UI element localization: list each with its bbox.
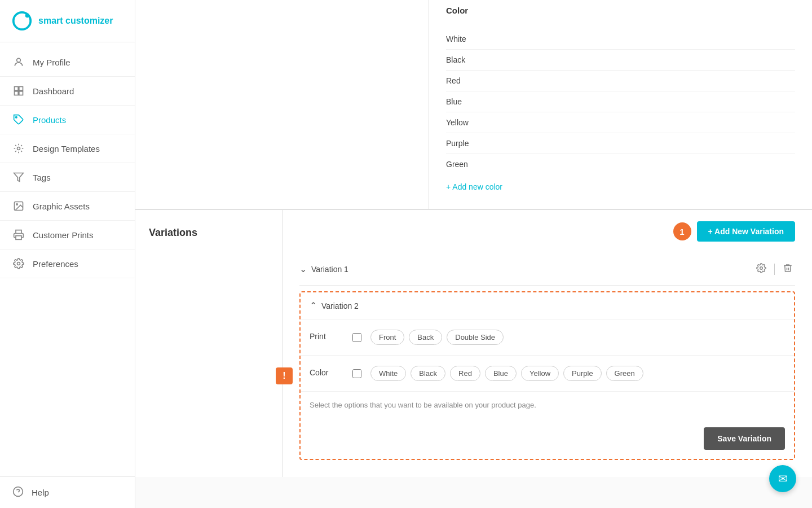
sidebar-label-graphic-assets: Graphic Assets (33, 202, 90, 211)
tags-icon (12, 171, 25, 183)
variation-2-panel: ⌃ Variation 2 Print Front Back Double Si… (299, 291, 795, 460)
variations-content: 1 + Add New Variation ⌄ Variation 1 (282, 210, 812, 477)
sidebar-label-tags: Tags (33, 173, 51, 182)
list-item: Red (446, 71, 795, 91)
variation-1-settings-button[interactable] (754, 261, 769, 277)
chevron-up-icon[interactable]: ⌃ (310, 300, 317, 311)
sidebar-item-design-templates[interactable]: Design Templates (0, 134, 135, 163)
sidebar-item-preferences[interactable]: Preferences (0, 249, 135, 278)
print-option-row: Print Front Back Double Side (301, 319, 794, 356)
svg-rect-5 (15, 91, 19, 95)
svg-marker-9 (14, 173, 24, 182)
color-tags: White Black Red Blue Yellow Purple Green (370, 366, 643, 381)
add-color-link[interactable]: + Add new color (446, 182, 502, 191)
save-variation-area: Save Variation (301, 418, 794, 459)
svg-rect-12 (16, 236, 21, 240)
sidebar-help-label: Help (32, 488, 49, 497)
list-item: White (446, 29, 795, 50)
add-new-variation-button[interactable]: + Add New Variation (697, 221, 795, 242)
sidebar-item-products[interactable]: Products (0, 106, 135, 134)
variations-header: 1 + Add New Variation (299, 221, 795, 242)
color-list: White Black Red Blue Yellow Purple Green (446, 29, 795, 174)
svg-point-7 (16, 117, 17, 119)
variations-wrapper: Variations 1 + Add New Variation ⌄ Varia… (135, 210, 812, 477)
graphic-assets-icon (12, 200, 25, 212)
list-item: Yellow (446, 112, 795, 133)
print-tag-back[interactable]: Back (409, 330, 442, 345)
color-tag-green[interactable]: Green (606, 366, 643, 381)
variations-label: Variations (149, 227, 197, 238)
print-tags: Front Back Double Side (370, 330, 504, 345)
save-variation-button[interactable]: Save Variation (704, 427, 785, 450)
sidebar-help[interactable]: Help (0, 476, 135, 508)
content-area: Color White Black Red Blue Yellow Purple… (135, 0, 812, 500)
variation-1-row: ⌄ Variation 1 (299, 253, 795, 286)
sidebar-item-customer-prints[interactable]: Customer Prints (0, 221, 135, 249)
person-icon (12, 56, 25, 68)
sidebar-item-tags[interactable]: Tags (0, 163, 135, 192)
variation-1-delete-button[interactable] (780, 261, 795, 277)
sidebar-label-dashboard: Dashboard (33, 86, 74, 96)
variation-1-label: Variation 1 (311, 265, 348, 274)
svg-rect-6 (19, 91, 23, 95)
email-icon: ✉ (778, 472, 788, 485)
color-tag-white[interactable]: White (370, 366, 406, 381)
sidebar-item-graphic-assets[interactable]: Graphic Assets (0, 192, 135, 221)
variation-1-right (754, 261, 795, 277)
brand-logo-icon (11, 10, 33, 32)
brand-name: smart customizer (38, 16, 113, 26)
customer-prints-icon (12, 229, 25, 241)
svg-point-13 (17, 262, 20, 265)
sidebar: smart customizer My Profile Dashboard Pr… (0, 0, 135, 508)
sidebar-label-customer-prints: Customer Prints (33, 230, 94, 240)
list-item: Black (446, 50, 795, 71)
color-tag-yellow[interactable]: Yellow (521, 366, 559, 381)
sidebar-logo: smart customizer (0, 0, 135, 42)
main-content: Color White Black Red Blue Yellow Purple… (135, 0, 812, 508)
print-tag-double-side[interactable]: Double Side (447, 330, 504, 345)
list-item: Green (446, 154, 795, 174)
sidebar-label-preferences: Preferences (33, 259, 78, 269)
svg-rect-4 (19, 87, 23, 91)
list-item: Blue (446, 91, 795, 112)
svg-point-1 (25, 14, 30, 18)
variations-badge: 1 (673, 222, 691, 240)
variation-2-header: ⌃ Variation 2 (301, 292, 794, 319)
svg-point-2 (17, 58, 21, 62)
sidebar-label-my-profile: My Profile (33, 58, 70, 67)
color-section-label: Color (446, 6, 795, 20)
color-option-row: Color White Black Red Blue Yellow Purple… (301, 356, 794, 392)
dashboard-icon (12, 85, 25, 97)
separator (774, 264, 775, 275)
sidebar-nav: My Profile Dashboard Products Design Tem… (0, 42, 135, 476)
sidebar-item-dashboard[interactable]: Dashboard (0, 77, 135, 106)
sidebar-label-products: Products (33, 115, 66, 125)
preferences-icon (12, 257, 25, 270)
color-label: Color (310, 366, 343, 377)
sidebar-item-my-profile[interactable]: My Profile (0, 48, 135, 77)
color-tag-red[interactable]: Red (450, 366, 480, 381)
print-tag-front[interactable]: Front (370, 330, 404, 345)
sidebar-label-design-templates: Design Templates (33, 144, 100, 154)
color-tag-black[interactable]: Black (411, 366, 445, 381)
help-text: Select the options that you want to be a… (301, 392, 794, 418)
variation-1-left: ⌄ Variation 1 (299, 264, 348, 274)
variations-label-col: Variations (135, 210, 282, 477)
tag-icon (12, 113, 25, 126)
help-icon (12, 486, 24, 499)
color-tag-purple[interactable]: Purple (563, 366, 602, 381)
chevron-down-icon[interactable]: ⌄ (299, 264, 307, 274)
print-checkbox[interactable] (352, 333, 361, 342)
list-item: Purple (446, 133, 795, 154)
svg-rect-3 (15, 87, 19, 91)
variation-2-label: Variation 2 (321, 301, 359, 310)
variation-2-arrow: ! (276, 367, 293, 384)
design-templates-icon (12, 142, 25, 155)
svg-point-16 (760, 267, 763, 270)
svg-point-8 (17, 147, 20, 150)
color-tag-blue[interactable]: Blue (485, 366, 517, 381)
color-checkbox[interactable] (352, 369, 361, 378)
chat-fab-button[interactable]: ✉ (769, 465, 796, 492)
svg-point-11 (16, 204, 17, 205)
variation-2-container: ! ⌃ Variation 2 Print Front (299, 291, 795, 460)
